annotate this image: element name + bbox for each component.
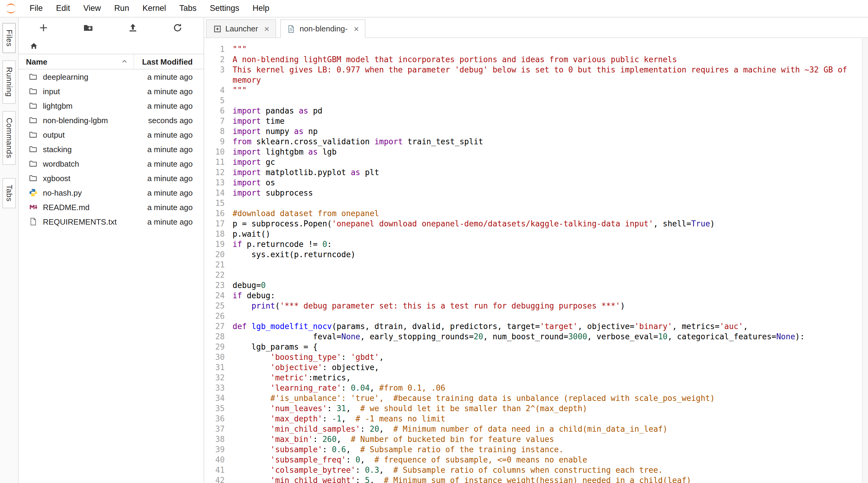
code-line: 39 'subsample': 0.6, # Subsample ratio o… bbox=[204, 444, 868, 455]
code-line: 36 'max_depth': -1, # -1 means no limit bbox=[204, 414, 868, 424]
menu-item-tabs[interactable]: Tabs bbox=[173, 0, 203, 17]
code-text: 'max_bin': 260, # Number of bucketed bin… bbox=[225, 434, 554, 444]
menu-item-view[interactable]: View bbox=[77, 0, 107, 17]
code-lines: 1"""2A non-blending lightGBM model that … bbox=[204, 38, 868, 483]
code-text: p = subprocess.Popen('onepanel download … bbox=[225, 219, 715, 229]
code-line: 32 'metric':metrics, bbox=[204, 373, 868, 383]
code-text: A non-blending lightGBM model that incor… bbox=[225, 54, 677, 65]
code-text: """ bbox=[225, 44, 247, 54]
code-text bbox=[225, 311, 232, 321]
line-number: 16 bbox=[204, 208, 225, 219]
code-line: 31 'objective': objective, bbox=[204, 362, 868, 373]
line-number: 20 bbox=[204, 249, 225, 260]
code-line: 17p = subprocess.Popen('onepanel downloa… bbox=[204, 219, 868, 229]
code-text: 'metric':metrics, bbox=[225, 373, 351, 383]
column-header-name[interactable]: Name bbox=[19, 54, 133, 69]
sidebar-tab-running[interactable]: Running bbox=[2, 61, 16, 104]
file-browser: Name Last Modified deeplearninga minute … bbox=[19, 18, 204, 483]
upload-button[interactable] bbox=[126, 22, 140, 35]
file-row[interactable]: xgboosta minute ago bbox=[19, 171, 204, 185]
refresh-button[interactable] bbox=[171, 22, 184, 35]
line-number: 34 bbox=[204, 393, 225, 403]
line-number: 18 bbox=[204, 229, 225, 239]
file-name: stacking bbox=[43, 144, 147, 154]
code-line: 9from sklearn.cross_validation import tr… bbox=[204, 136, 868, 147]
line-number: 29 bbox=[204, 342, 225, 352]
file-modified: a minute ago bbox=[147, 217, 204, 226]
file-row[interactable]: stackinga minute ago bbox=[19, 142, 204, 156]
code-line: 15 bbox=[204, 198, 868, 208]
code-text bbox=[225, 270, 232, 280]
file-icon bbox=[28, 217, 38, 226]
workspace: FilesRunningCommandsTabs Name Last Modif… bbox=[0, 18, 868, 483]
code-editor[interactable]: 1"""2A non-blending lightGBM model that … bbox=[204, 38, 868, 483]
code-line: 13import os bbox=[204, 178, 868, 188]
code-text: feval=None, early_stopping_rounds=20, nu… bbox=[225, 331, 805, 342]
code-text: def lgb_modelfit_nocv(params, dtrain, dv… bbox=[225, 321, 748, 331]
code-line: 22 bbox=[204, 270, 868, 280]
line-number: 25 bbox=[204, 301, 225, 311]
file-row[interactable]: inputa minute ago bbox=[19, 84, 204, 98]
file-modified: a minute ago bbox=[147, 144, 204, 154]
tab-non-blending[interactable]: non-blending-× bbox=[280, 19, 366, 38]
line-number: 30 bbox=[204, 352, 225, 362]
code-line: 35 'num_leaves': 31, # we should let it … bbox=[204, 403, 868, 414]
line-number: 7 bbox=[204, 116, 225, 126]
code-line: memory bbox=[204, 75, 868, 85]
column-header-modified[interactable]: Last Modified bbox=[133, 54, 204, 69]
file-row[interactable]: lightgbma minute ago bbox=[19, 98, 204, 113]
file-row[interactable]: no-hash.pya minute ago bbox=[19, 185, 204, 200]
line-number: 23 bbox=[204, 280, 225, 290]
line-number: 17 bbox=[204, 219, 225, 229]
line-number: 27 bbox=[204, 321, 225, 331]
code-line: 7import time bbox=[204, 116, 868, 126]
folder-icon bbox=[28, 144, 38, 154]
tab-label: Launcher bbox=[225, 24, 258, 33]
folder-icon bbox=[28, 101, 38, 110]
line-number: 13 bbox=[204, 178, 225, 188]
file-row[interactable]: outputa minute ago bbox=[19, 127, 204, 142]
line-number: 15 bbox=[204, 198, 225, 208]
menu-item-help[interactable]: Help bbox=[246, 0, 276, 17]
close-icon[interactable]: × bbox=[354, 24, 359, 33]
code-text: import matplotlib.pyplot as plt bbox=[225, 167, 379, 178]
menu-item-file[interactable]: File bbox=[23, 0, 50, 17]
code-text: #download dataset from onepanel bbox=[225, 208, 379, 219]
code-text: 'min_child_samples': 20, # Minimum numbe… bbox=[225, 424, 668, 434]
code-text: if debug: bbox=[225, 290, 275, 301]
sidebar-tab-tabs[interactable]: Tabs bbox=[2, 178, 16, 208]
code-line: 4""" bbox=[204, 85, 868, 95]
code-line: 11import gc bbox=[204, 157, 868, 167]
left-activity-bar: FilesRunningCommandsTabs bbox=[0, 18, 19, 483]
code-text: 'colsample_bytree': 0.3, # Subsample rat… bbox=[225, 465, 663, 475]
code-line: 38 'max_bin': 260, # Number of bucketed … bbox=[204, 434, 868, 444]
new-folder-button[interactable] bbox=[82, 22, 95, 35]
menu-item-kernel[interactable]: Kernel bbox=[136, 0, 173, 17]
menu: FileEditViewRunKernelTabsSettingsHelp bbox=[23, 0, 276, 17]
line-number: 28 bbox=[204, 331, 225, 342]
code-text: """ bbox=[225, 85, 247, 95]
jupyterlab-app: FileEditViewRunKernelTabsSettingsHelp Fi… bbox=[0, 0, 868, 483]
file-row[interactable]: wordbatcha minute ago bbox=[19, 156, 204, 171]
file-row[interactable]: REQUIREMENTS.txta minute ago bbox=[19, 214, 204, 229]
line-number: 41 bbox=[204, 465, 225, 475]
tab-launcher[interactable]: Launcher× bbox=[206, 19, 276, 38]
editor-scrollbar[interactable] bbox=[862, 38, 868, 483]
modified-column-label: Last Modified bbox=[142, 57, 193, 66]
tab-label: non-blending- bbox=[300, 24, 348, 33]
menu-item-settings[interactable]: Settings bbox=[203, 0, 246, 17]
file-row[interactable]: README.mda minute ago bbox=[19, 200, 204, 214]
menu-item-run[interactable]: Run bbox=[107, 0, 136, 17]
code-line: 41 'colsample_bytree': 0.3, # Subsample … bbox=[204, 465, 868, 475]
home-breadcrumb-button[interactable] bbox=[28, 41, 39, 52]
line-number: 24 bbox=[204, 290, 225, 301]
menu-item-edit[interactable]: Edit bbox=[50, 0, 77, 17]
file-name: non-blending-lgbm bbox=[43, 116, 148, 125]
sidebar-tab-commands[interactable]: Commands bbox=[2, 111, 16, 165]
file-row[interactable]: deeplearninga minute ago bbox=[19, 69, 204, 84]
code-text: from sklearn.cross_validation import tra… bbox=[225, 136, 483, 147]
sidebar-tab-files[interactable]: Files bbox=[2, 23, 16, 54]
close-icon[interactable]: × bbox=[264, 24, 270, 33]
new-launcher-button[interactable] bbox=[37, 22, 50, 35]
file-row[interactable]: non-blending-lgbmseconds ago bbox=[19, 113, 204, 127]
